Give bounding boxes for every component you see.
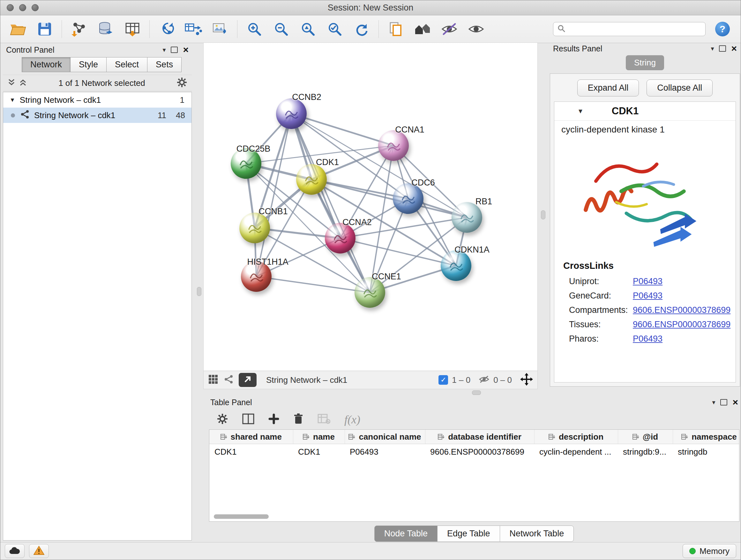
close-panel-icon[interactable]: × — [183, 45, 189, 55]
close-panel-icon[interactable]: × — [731, 44, 737, 53]
column-header[interactable]: name — [293, 430, 345, 444]
splitter-handle[interactable] — [541, 210, 545, 219]
new-network-button[interactable] — [154, 18, 179, 40]
cell-database-identifier[interactable]: 9606.ENSP00000378699 — [425, 444, 534, 460]
crosslink-link[interactable]: 9606.ENSP00000378699 — [633, 305, 731, 315]
refresh-button[interactable] — [349, 18, 374, 40]
copy-document-button[interactable] — [383, 18, 408, 40]
tab-network[interactable]: Network — [22, 57, 71, 72]
section-collapse-caret-icon[interactable]: ▼ — [577, 108, 584, 114]
zoom-out-button[interactable] — [269, 18, 293, 40]
tab-style[interactable]: Style — [70, 57, 107, 72]
delete-column-trash-icon[interactable] — [293, 413, 304, 426]
tab-node-table[interactable]: Node Table — [374, 525, 437, 542]
column-header[interactable]: database identifier — [425, 430, 534, 444]
float-panel-icon[interactable] — [719, 45, 726, 52]
splitter-handle[interactable] — [197, 287, 201, 296]
panel-menu-caret-icon[interactable]: ▾ — [712, 399, 715, 406]
table-row[interactable]: CDK1 CDK1 P06493 9606.ENSP00000378699 cy… — [209, 444, 739, 460]
cell-canonical-name[interactable]: P06493 — [345, 444, 425, 460]
search-input[interactable] — [569, 24, 701, 35]
tab-edge-table[interactable]: Edge Table — [437, 525, 500, 542]
panel-menu-caret-icon[interactable]: ▾ — [711, 45, 714, 52]
crosslink-link[interactable]: 9606.ENSP00000378699 — [633, 320, 731, 329]
column-header[interactable]: namespace — [673, 430, 739, 444]
collection-expand-caret-icon[interactable]: ▼ — [10, 97, 15, 104]
cell-id[interactable]: stringdb:9... — [618, 444, 673, 460]
column-sort-icon — [303, 434, 310, 440]
detach-view-button[interactable] — [239, 373, 257, 387]
collapse-all-button[interactable]: Collapse All — [647, 79, 713, 97]
hide-view-button[interactable] — [437, 18, 462, 40]
cell-name[interactable]: CDK1 — [293, 444, 345, 460]
tab-network-table[interactable]: Network Table — [500, 525, 574, 542]
column-header[interactable]: canonical name — [345, 430, 425, 444]
string-tab-badge[interactable]: String — [626, 55, 664, 70]
network-node-CDK1[interactable] — [296, 164, 327, 195]
network-row[interactable]: String Network – cdk1 11 48 — [3, 108, 192, 123]
network-node-RB1[interactable] — [452, 202, 482, 233]
network-node-CDKN1A[interactable] — [441, 250, 471, 281]
crosslink-row: Compartments: 9606.ENSP00000378699 — [554, 303, 736, 317]
network-node-CCNA2[interactable] — [325, 223, 355, 253]
gear-icon[interactable] — [177, 77, 187, 89]
network-edge[interactable] — [256, 276, 370, 293]
splitter-handle[interactable] — [472, 390, 481, 395]
network-edge[interactable] — [291, 114, 370, 293]
hidden-eye-slash-icon[interactable] — [479, 375, 489, 385]
crosslink-link[interactable]: P06493 — [633, 291, 663, 301]
help-button[interactable]: ? — [715, 22, 730, 37]
table-settings-gear-icon[interactable] — [217, 413, 228, 426]
network-node-CDC6[interactable] — [393, 183, 423, 214]
crosslink-row: GeneCard: P06493 — [554, 289, 736, 303]
close-panel-icon[interactable]: × — [732, 397, 738, 407]
column-header[interactable]: @id — [618, 430, 673, 444]
column-header[interactable]: shared name — [209, 430, 293, 444]
show-view-button[interactable] — [464, 18, 488, 40]
expand-all-button[interactable]: Expand All — [577, 79, 639, 97]
expand-all-icon[interactable] — [19, 78, 27, 88]
warnings-button[interactable] — [29, 544, 49, 558]
cell-description[interactable]: cyclin-dependent ... — [534, 444, 618, 460]
open-session-button[interactable] — [5, 18, 30, 40]
panel-menu-caret-icon[interactable]: ▾ — [162, 47, 165, 53]
grid-view-icon[interactable] — [208, 374, 218, 386]
cloud-status-button[interactable] — [5, 544, 24, 558]
show-columns-icon[interactable] — [242, 414, 254, 426]
column-header[interactable]: description — [534, 430, 618, 444]
network-view-share-icon[interactable] — [223, 374, 233, 386]
selected-nodes-checkbox-icon[interactable]: ✓ — [439, 375, 448, 385]
network-node-CCNA1[interactable] — [378, 130, 409, 161]
crosslink-link[interactable]: P06493 — [633, 334, 663, 344]
import-network-from-file-button[interactable] — [66, 18, 91, 40]
crosslink-link[interactable]: P06493 — [633, 276, 663, 287]
import-table-from-file-button[interactable] — [120, 18, 145, 40]
add-column-plus-icon[interactable] — [268, 414, 279, 426]
network-collection-row[interactable]: ▼ String Network – cdk1 1 — [3, 92, 192, 108]
save-session-button[interactable] — [32, 18, 57, 40]
move-crosshair-icon[interactable] — [520, 373, 533, 387]
protein-section-header[interactable]: ▼ CDK1 — [554, 102, 736, 121]
network-node-CCNE1[interactable] — [354, 277, 385, 308]
zoom-selected-button[interactable] — [322, 18, 347, 40]
tab-select[interactable]: Select — [106, 57, 147, 72]
network-from-table-button[interactable] — [181, 18, 206, 40]
export-image-button[interactable] — [208, 18, 232, 40]
cell-shared-name[interactable]: CDK1 — [209, 444, 293, 460]
network-canvas[interactable]: CCNB2CCNA1CDC25BCDK1CDC6RB1CCNB1CCNA2CDK… — [204, 43, 537, 371]
home-views-button[interactable] — [410, 18, 435, 40]
horizontal-scrollbar-thumb[interactable] — [214, 514, 269, 519]
network-edge[interactable] — [291, 114, 394, 145]
network-node-CCNB2[interactable] — [276, 98, 307, 129]
float-panel-icon[interactable] — [171, 47, 178, 53]
zoom-in-button[interactable] — [242, 18, 267, 40]
memory-button[interactable]: Memory — [683, 544, 736, 558]
import-network-from-database-button[interactable] — [93, 18, 118, 40]
cell-namespace[interactable]: stringdb — [673, 444, 739, 460]
protein-structure-thumbnail — [445, 257, 467, 276]
zoom-fit-button[interactable] — [295, 18, 320, 40]
float-panel-icon[interactable] — [720, 399, 727, 406]
collapse-all-icon[interactable] — [7, 78, 16, 88]
network-node-CCNB1[interactable] — [239, 212, 270, 243]
tab-sets[interactable]: Sets — [147, 57, 182, 72]
